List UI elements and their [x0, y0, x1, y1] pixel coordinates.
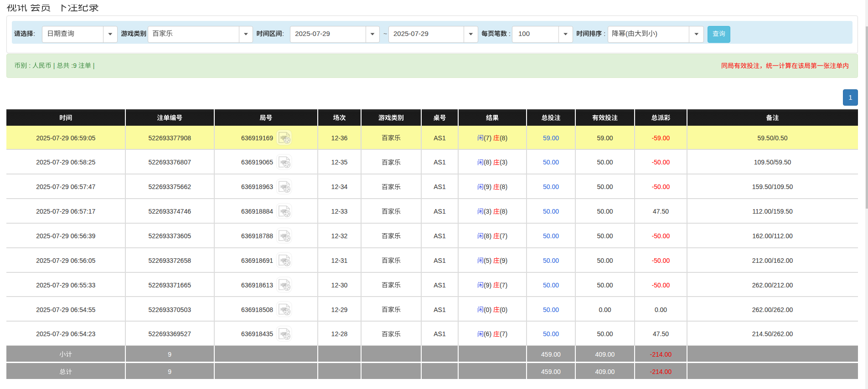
svg-text:2025-07-29 06:54:23: 2025-07-29 06:54:23 — [36, 330, 95, 338]
svg-text:(3): (3) — [484, 208, 491, 215]
svg-text:(8): (8) — [500, 134, 507, 142]
svg-text:AS1: AS1 — [434, 208, 446, 215]
svg-text:0.00: 0.00 — [655, 306, 667, 313]
svg-text:50.00: 50.00 — [543, 232, 559, 240]
svg-text:(: ( — [625, 30, 628, 37]
svg-text:12-28: 12-28 — [331, 330, 348, 338]
svg-text::: : — [29, 62, 31, 69]
svg-text:50.00: 50.00 — [543, 183, 559, 190]
svg-text:9: 9 — [168, 351, 171, 358]
svg-text:636919065: 636919065 — [241, 159, 273, 166]
svg-text:12-30: 12-30 — [331, 282, 348, 289]
svg-text:50.00: 50.00 — [597, 159, 613, 166]
svg-text:(5): (5) — [484, 257, 491, 264]
svg-text:(8): (8) — [500, 208, 507, 215]
svg-text:409.00: 409.00 — [595, 351, 615, 358]
svg-text:(7): (7) — [500, 282, 507, 289]
svg-text:636918691: 636918691 — [241, 257, 273, 264]
svg-text:50.00: 50.00 — [597, 282, 613, 289]
svg-text:2025-07-29: 2025-07-29 — [295, 30, 330, 37]
svg-text:|: | — [53, 62, 55, 69]
svg-text:159.50/109.50: 159.50/109.50 — [752, 183, 793, 190]
svg-text:522693370503: 522693370503 — [149, 306, 191, 313]
svg-text:12-29: 12-29 — [331, 306, 348, 313]
svg-text:636918963: 636918963 — [241, 183, 273, 190]
svg-text:50.00: 50.00 — [597, 183, 613, 190]
svg-text:AS1: AS1 — [434, 159, 446, 166]
svg-text:-214.00: -214.00 — [650, 351, 672, 358]
svg-text:-214.00: -214.00 — [650, 368, 672, 375]
svg-text:2025-07-29 06:56:39: 2025-07-29 06:56:39 — [36, 232, 95, 240]
svg-text:AS1: AS1 — [434, 257, 446, 264]
svg-text:AS1: AS1 — [434, 232, 446, 240]
svg-text:1: 1 — [848, 93, 852, 101]
svg-text:(7): (7) — [500, 330, 507, 338]
svg-text:522693369527: 522693369527 — [149, 330, 191, 338]
svg-text:459.00: 459.00 — [541, 351, 561, 358]
svg-text:2025-07-29 06:57:47: 2025-07-29 06:57:47 — [36, 183, 95, 190]
svg-text:162.00/112.00: 162.00/112.00 — [752, 232, 793, 240]
svg-text:100: 100 — [518, 30, 530, 37]
svg-text::: : — [282, 30, 284, 37]
svg-text:AS1: AS1 — [434, 330, 446, 338]
svg-text:50.00: 50.00 — [597, 330, 613, 338]
svg-text:-50.00: -50.00 — [652, 257, 670, 264]
svg-text:0.00: 0.00 — [599, 306, 611, 313]
svg-text:50.00: 50.00 — [543, 159, 559, 166]
svg-text:(8): (8) — [484, 232, 491, 240]
svg-text:2025-07-29 06:54:55: 2025-07-29 06:54:55 — [36, 306, 95, 313]
svg-text:2025-07-29 06:55:33: 2025-07-29 06:55:33 — [36, 282, 95, 289]
svg-text:AS1: AS1 — [434, 134, 446, 142]
svg-text:522693375662: 522693375662 — [149, 183, 191, 190]
svg-text:636918508: 636918508 — [241, 306, 273, 313]
svg-text:12-35: 12-35 — [331, 159, 348, 166]
svg-text:47.50: 47.50 — [653, 208, 669, 215]
svg-text:50.00: 50.00 — [543, 208, 559, 215]
svg-text:-50.00: -50.00 — [652, 183, 670, 190]
svg-text:459.00: 459.00 — [541, 368, 561, 375]
svg-text:50.00: 50.00 — [543, 257, 559, 264]
svg-text:522693371665: 522693371665 — [149, 282, 191, 289]
svg-text:522693377908: 522693377908 — [149, 134, 191, 142]
svg-text:109.50/59.50: 109.50/59.50 — [754, 159, 791, 166]
svg-text:636918884: 636918884 — [241, 208, 273, 215]
svg-text:59.00: 59.00 — [543, 134, 559, 142]
svg-text:2025-07-29: 2025-07-29 — [393, 30, 429, 37]
svg-text:59.50/0.50: 59.50/0.50 — [757, 134, 787, 142]
svg-text:(7): (7) — [484, 134, 491, 142]
svg-text:12-33: 12-33 — [331, 208, 348, 215]
svg-text:-59.00: -59.00 — [652, 134, 670, 142]
svg-text:(0): (0) — [500, 306, 507, 313]
svg-text:522693374746: 522693374746 — [149, 208, 191, 215]
svg-text:(8): (8) — [500, 183, 507, 190]
svg-text:AS1: AS1 — [434, 282, 446, 289]
svg-text:522693373605: 522693373605 — [149, 232, 191, 240]
svg-text:214.50/262.00: 214.50/262.00 — [752, 330, 793, 338]
svg-text:212.00/162.00: 212.00/162.00 — [752, 257, 793, 264]
svg-text:522693376807: 522693376807 — [149, 159, 191, 166]
svg-text:(3): (3) — [500, 159, 507, 166]
svg-text:(9): (9) — [484, 183, 491, 190]
svg-text:|: | — [93, 62, 95, 69]
svg-text:50.00: 50.00 — [597, 208, 613, 215]
svg-text::: : — [509, 30, 511, 37]
svg-text:AS1: AS1 — [434, 306, 446, 313]
svg-text:47.50: 47.50 — [653, 330, 669, 338]
svg-text:(8): (8) — [484, 159, 491, 166]
svg-text:(0): (0) — [484, 306, 491, 313]
svg-text:2025-07-29 06:59:05: 2025-07-29 06:59:05 — [36, 134, 95, 142]
svg-text:12-31: 12-31 — [331, 257, 348, 264]
svg-text:-50.00: -50.00 — [652, 159, 670, 166]
svg-text:636918613: 636918613 — [241, 282, 273, 289]
svg-text:262.00/262.00: 262.00/262.00 — [752, 306, 793, 313]
svg-text:-50.00: -50.00 — [652, 232, 670, 240]
svg-text:2025-07-29 06:57:17: 2025-07-29 06:57:17 — [36, 208, 95, 215]
svg-text:(9): (9) — [484, 282, 491, 289]
svg-text:(9): (9) — [500, 257, 507, 264]
svg-text::9: :9 — [71, 62, 77, 69]
svg-text:AS1: AS1 — [434, 183, 446, 190]
svg-text:2025-07-29 06:58:25: 2025-07-29 06:58:25 — [36, 159, 95, 166]
svg-text:): ) — [655, 30, 657, 37]
svg-text:636919169: 636919169 — [241, 134, 273, 142]
svg-text:262.00/212.00: 262.00/212.00 — [752, 282, 793, 289]
